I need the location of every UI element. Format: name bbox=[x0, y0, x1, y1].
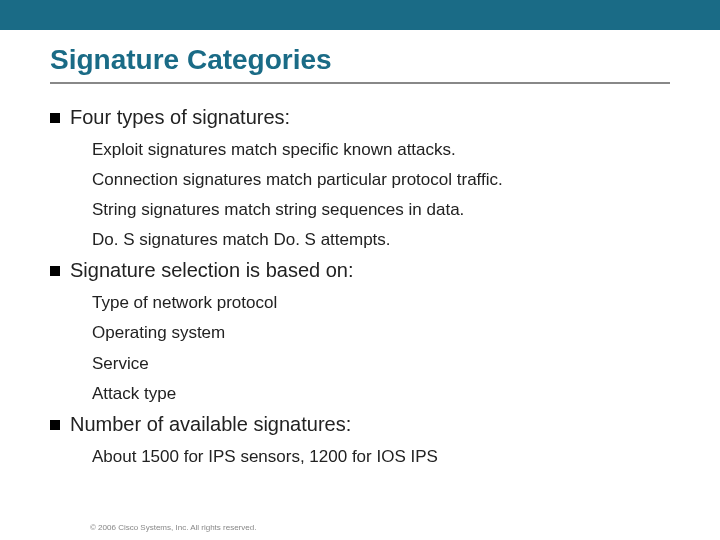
sub-item: Connection signatures match particular p… bbox=[92, 169, 670, 191]
bullet-heading: Number of available signatures: bbox=[70, 413, 351, 436]
footer-copyright: © 2006 Cisco Systems, Inc. All rights re… bbox=[90, 523, 256, 532]
bullet-icon bbox=[50, 420, 60, 430]
sub-item: Operating system bbox=[92, 322, 670, 344]
sub-item: Exploit signatures match specific known … bbox=[92, 139, 670, 161]
sub-item: Service bbox=[92, 353, 670, 375]
sub-item: About 1500 for IPS sensors, 1200 for IOS… bbox=[92, 446, 670, 468]
slide-title: Signature Categories bbox=[50, 44, 670, 84]
top-bar bbox=[0, 0, 720, 30]
bullet-heading: Signature selection is based on: bbox=[70, 259, 354, 282]
sub-item: Attack type bbox=[92, 383, 670, 405]
sub-item: Type of network protocol bbox=[92, 292, 670, 314]
slide-content: Signature Categories Four types of signa… bbox=[0, 30, 720, 468]
bullet-selection: Signature selection is based on: bbox=[50, 259, 670, 282]
bullet-icon bbox=[50, 113, 60, 123]
sub-item: String signatures match string sequences… bbox=[92, 199, 670, 221]
sub-item: Do. S signatures match Do. S attempts. bbox=[92, 229, 670, 251]
bullet-heading: Four types of signatures: bbox=[70, 106, 290, 129]
bullet-icon bbox=[50, 266, 60, 276]
bullet-available: Number of available signatures: bbox=[50, 413, 670, 436]
bullet-types: Four types of signatures: bbox=[50, 106, 670, 129]
